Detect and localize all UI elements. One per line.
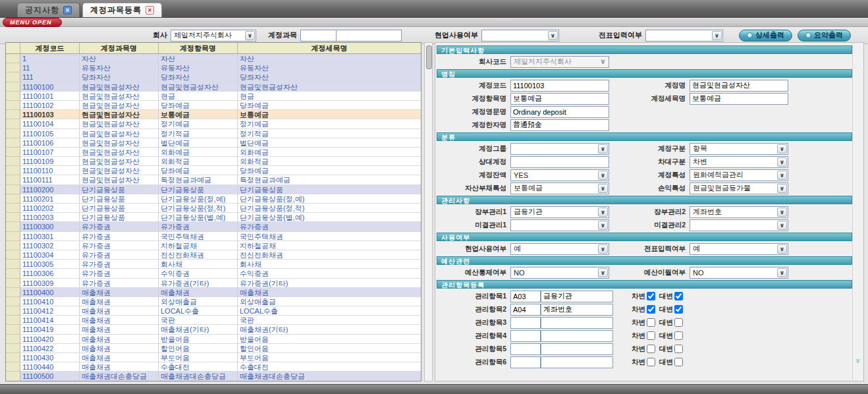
row-header-cell[interactable] xyxy=(6,353,20,362)
debit-checkbox[interactable] xyxy=(647,305,655,314)
row-header-cell[interactable] xyxy=(6,306,20,316)
debit-checkbox[interactable] xyxy=(647,331,655,340)
text-input[interactable] xyxy=(510,80,609,92)
select-control[interactable]: 예∨ xyxy=(510,243,609,255)
row-header-cell[interactable] xyxy=(6,325,20,334)
debit-checkbox[interactable] xyxy=(647,358,655,366)
text-input[interactable] xyxy=(510,304,541,316)
credit-checkbox[interactable] xyxy=(674,345,683,353)
row-header-cell[interactable] xyxy=(6,232,20,241)
row-header-cell[interactable] xyxy=(6,279,20,288)
text-input[interactable] xyxy=(541,317,613,329)
row-header-cell[interactable] xyxy=(6,269,20,278)
text-input[interactable] xyxy=(690,80,788,92)
scrollbar-thumb[interactable] xyxy=(426,45,432,69)
table-row[interactable]: 111당좌자산당좌자산당좌자산 xyxy=(6,72,421,82)
row-header-cell[interactable] xyxy=(6,335,20,344)
table-row[interactable]: 11100440매출채권수출대전수출대전 xyxy=(6,362,421,372)
table-row[interactable]: 11100300유가증권유가증권유가증권 xyxy=(6,222,421,231)
panel-scrollbar[interactable]: ∧ ∨ xyxy=(852,43,863,380)
credit-checkbox[interactable] xyxy=(674,358,683,366)
close-icon[interactable]: × xyxy=(146,6,154,14)
debit-checkbox[interactable] xyxy=(647,318,655,327)
select-control[interactable]: YES∨ xyxy=(510,169,609,181)
row-header-cell[interactable] xyxy=(6,185,20,194)
row-header-cell[interactable] xyxy=(6,222,20,231)
table-row[interactable]: 11100302유가증권지하철공채지하철공채 xyxy=(6,241,421,250)
select-control[interactable]: NO∨ xyxy=(690,267,788,279)
summary-print-button[interactable]: 요약출력 xyxy=(798,30,851,42)
select-control[interactable]: 차변∨ xyxy=(690,156,788,168)
row-header-cell[interactable] xyxy=(6,297,20,306)
row-header-cell[interactable] xyxy=(6,101,20,110)
select-control[interactable]: ∨ xyxy=(690,219,788,231)
text-input[interactable] xyxy=(510,317,541,329)
credit-checkbox[interactable] xyxy=(674,318,683,327)
detail-print-button[interactable]: 상세출력 xyxy=(739,30,792,42)
select-control[interactable]: 제일저지주식회사∨ xyxy=(510,56,609,68)
table-row[interactable]: 11100410매출채권외상매출금외상매출금 xyxy=(6,297,421,306)
table-row[interactable]: 11100105현금및현금성자산정기적금정기적금 xyxy=(6,129,421,138)
text-input[interactable] xyxy=(510,119,609,131)
row-header-cell[interactable] xyxy=(6,92,20,101)
credit-checkbox[interactable] xyxy=(674,331,683,340)
table-row[interactable]: 11100111현금및현금성자산특정현금과예금특정현금과예금 xyxy=(6,175,421,184)
debit-checkbox[interactable] xyxy=(647,292,655,300)
row-header-cell[interactable] xyxy=(6,344,20,353)
text-input[interactable] xyxy=(510,330,541,342)
row-header-cell[interactable] xyxy=(6,54,20,63)
menu-open-button[interactable]: MENU OPEN xyxy=(3,18,62,27)
row-header-cell[interactable] xyxy=(6,148,20,157)
table-row[interactable]: 11100309유가증권유가증권(기타)유가증권(기타) xyxy=(6,279,421,288)
text-input[interactable] xyxy=(510,156,609,168)
table-row[interactable]: 11100106현금및현금성자산별단예금별단예금 xyxy=(6,138,421,148)
debit-checkbox[interactable] xyxy=(647,345,655,353)
row-header-cell[interactable] xyxy=(6,213,20,222)
row-header-cell[interactable] xyxy=(6,63,20,72)
table-row[interactable]: 11100101현금및현금성자산현금현금 xyxy=(6,92,421,101)
close-icon[interactable]: × xyxy=(63,6,72,14)
text-input[interactable] xyxy=(541,343,613,355)
row-header-cell[interactable] xyxy=(6,204,20,213)
row-header-cell[interactable] xyxy=(6,241,20,250)
table-row[interactable]: 11100500매출채권대손충당금매출채권대손충당금매출채권대손충당금 xyxy=(6,372,421,381)
text-input[interactable] xyxy=(541,291,613,302)
table-row[interactable]: 11100304유가증권전신전화채권전신전화채권 xyxy=(6,250,421,260)
credit-checkbox[interactable] xyxy=(674,292,683,300)
row-header-cell[interactable] xyxy=(6,119,20,128)
table-row[interactable]: 11100110현금및현금성자산당좌예금당좌예금 xyxy=(6,166,421,175)
company-select[interactable]: 제일저지주식회사 ∨ xyxy=(171,30,256,42)
table-row[interactable]: 11100422매출채권할인어음할인어음 xyxy=(6,344,421,353)
row-header-cell[interactable] xyxy=(6,362,20,372)
table-row[interactable]: 11100430매출채권부도어음부도어음 xyxy=(6,353,421,362)
table-row[interactable]: 11100301유가증권국민주택채권국민주택채권 xyxy=(6,232,421,241)
text-input[interactable] xyxy=(690,93,788,105)
table-row[interactable]: 11100202단기금융상품단기금융상품(정,적)단기금융상품(정,적) xyxy=(6,204,421,213)
slip-filter-select[interactable]: ∨ xyxy=(645,30,723,42)
row-header-cell[interactable] xyxy=(6,372,20,381)
row-header-cell[interactable] xyxy=(6,129,20,138)
select-control[interactable]: 항목∨ xyxy=(690,143,788,155)
row-header-cell[interactable] xyxy=(6,166,20,175)
row-header-cell[interactable] xyxy=(6,138,20,148)
select-control[interactable]: 계좌번호∨ xyxy=(690,206,788,218)
table-scrollbar[interactable] xyxy=(424,42,433,381)
table-row[interactable]: 11100102현금및현금성자산당좌예금당좌예금 xyxy=(6,101,421,110)
select-control[interactable]: ∨ xyxy=(510,143,609,155)
text-input[interactable] xyxy=(541,330,613,342)
row-header-cell[interactable] xyxy=(6,316,20,325)
table-row[interactable]: 11100200단기금융상품단기금융상품단기금융상품 xyxy=(6,185,421,194)
select-control[interactable]: 보통예금∨ xyxy=(510,183,609,194)
table-row[interactable]: 11100412매출채권LOCAL수출LOCAL수출 xyxy=(6,306,421,316)
account-code-input[interactable] xyxy=(300,30,337,42)
table-row[interactable]: 11100203단기금융상품단기금융상품(별,예)단기금융상품(별,예) xyxy=(6,213,421,222)
table-row[interactable]: 11100419매출채권매출채권(기타)매출채권(기타) xyxy=(6,325,421,334)
credit-checkbox[interactable] xyxy=(674,305,683,314)
table-row[interactable]: 11100414매출채권국판국판 xyxy=(6,316,421,325)
tab-account-registration[interactable]: 계정과목등록 × xyxy=(82,3,162,17)
row-header-cell[interactable] xyxy=(6,250,20,260)
row-header-cell[interactable] xyxy=(6,110,20,119)
select-control[interactable]: 금융기관∨ xyxy=(510,206,609,218)
text-input[interactable] xyxy=(510,356,541,368)
table-row[interactable]: 11100103현금및현금성자산보통예금보통예금 xyxy=(6,110,421,119)
